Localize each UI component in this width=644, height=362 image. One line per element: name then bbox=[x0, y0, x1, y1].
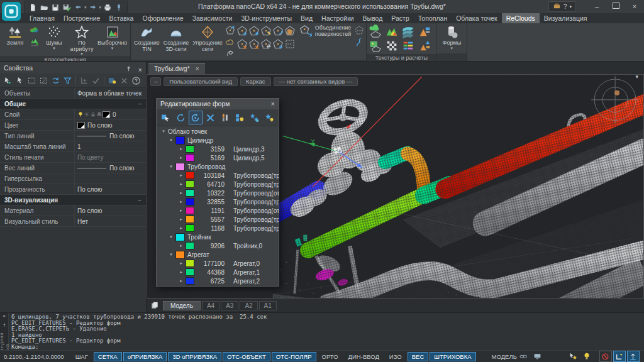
property-value[interactable]: 0 bbox=[74, 109, 146, 119]
split-button[interactable] bbox=[218, 111, 232, 124]
pin-icon[interactable] bbox=[125, 64, 132, 75]
minimize-button[interactable]: – bbox=[587, 0, 606, 13]
tree-group[interactable]: ▾Цилиндр bbox=[157, 136, 279, 145]
cursor-star-button[interactable] bbox=[567, 351, 579, 362]
pent-x-button[interactable] bbox=[236, 38, 248, 51]
pent-plus-button[interactable] bbox=[236, 25, 248, 38]
group-color-swatch[interactable] bbox=[175, 233, 185, 241]
ribbon-tab-11[interactable]: Облака точек bbox=[452, 13, 501, 23]
tex-ridge-button[interactable] bbox=[385, 25, 401, 39]
expand-icon[interactable]: ▾ bbox=[168, 252, 174, 257]
expand-icon[interactable]: ▾ bbox=[168, 164, 174, 169]
open-file-button[interactable] bbox=[40, 3, 48, 12]
toggle-ОТС-ПОЛЯР[interactable]: ОТС-ПОЛЯР bbox=[272, 352, 316, 361]
snap-mark-button[interactable] bbox=[613, 351, 626, 362]
scurve-button[interactable] bbox=[354, 36, 364, 47]
document-tab[interactable]: Трубы.dwg* × bbox=[148, 63, 205, 74]
pent-dash-button[interactable] bbox=[284, 38, 296, 51]
viewport-control-1[interactable]: Каркас bbox=[240, 77, 271, 86]
property-value[interactable]: По слою bbox=[74, 206, 146, 216]
tree-item[interactable]: ▸3159Цилиндр,3 bbox=[157, 145, 279, 153]
close-icon[interactable]: × bbox=[138, 64, 142, 75]
property-value[interactable] bbox=[74, 173, 146, 184]
tex-cloud-button[interactable] bbox=[369, 25, 385, 39]
chevron-down-icon[interactable]: ▾ bbox=[111, 47, 114, 50]
tex-a-button[interactable] bbox=[418, 25, 434, 39]
ribbon-item-1-0[interactable]: Создание TIN bbox=[132, 24, 162, 52]
recalc-shape-button[interactable] bbox=[174, 111, 188, 124]
item-color-swatch[interactable] bbox=[186, 260, 194, 267]
ribbon-item-1-1[interactable]: Создание 3D-сети bbox=[162, 24, 191, 52]
pent-x2-button[interactable] bbox=[248, 38, 260, 51]
tex-table-button[interactable] bbox=[401, 39, 418, 53]
layout-tab-A3[interactable]: A3 bbox=[221, 301, 238, 310]
chevron-down-icon[interactable]: ▾ bbox=[635, 74, 638, 80]
layout-manager-icon[interactable] bbox=[150, 301, 160, 310]
pent-arrow-button[interactable] bbox=[225, 25, 235, 36]
tree-group[interactable]: ▾Агрегат bbox=[157, 250, 279, 259]
collapse-icon[interactable]: ▸ bbox=[178, 199, 184, 204]
highlight-button[interactable] bbox=[106, 76, 118, 85]
ribbon-item-1-2[interactable]: Упрощение сети bbox=[191, 24, 225, 52]
group-color-swatch[interactable] bbox=[175, 136, 185, 145]
command-history[interactable]: 6 цилиндров, 7 участков трубопровода и 2… bbox=[11, 314, 641, 350]
close-icon[interactable]: × bbox=[271, 99, 275, 109]
toggle-ОТС-ОБЪЕКТ[interactable]: ОТС-ОБЪЕКТ bbox=[223, 352, 270, 361]
toggle-ОРТО[interactable]: ОРТО bbox=[318, 352, 343, 361]
cloudrgb-button[interactable] bbox=[30, 25, 40, 36]
ribbon-tab-0[interactable]: Главная bbox=[25, 13, 59, 23]
ribbon-tab-2[interactable]: Вставка bbox=[104, 13, 138, 23]
item-color-swatch[interactable] bbox=[186, 154, 194, 162]
viewport-control-2[interactable]: --- нет связанных видов --- bbox=[274, 77, 358, 86]
collapse-icon[interactable]: − bbox=[138, 197, 142, 204]
layer-color-swatch[interactable] bbox=[103, 111, 110, 118]
ribbon-tab-13[interactable]: Визуализация bbox=[540, 13, 592, 23]
collapse-icon[interactable]: ▸ bbox=[178, 261, 184, 266]
ribbon-item-0-3[interactable]: По атрибуту▾ bbox=[68, 24, 96, 56]
customize-button[interactable] bbox=[114, 3, 123, 12]
help-button[interactable] bbox=[130, 76, 142, 85]
selection-filter-button[interactable] bbox=[62, 76, 74, 85]
expand-icon[interactable]: ▾ bbox=[168, 234, 174, 239]
ribbon-item-3-0[interactable]: Формы▾ bbox=[438, 24, 465, 50]
chevron-down-icon[interactable]: ▾ bbox=[53, 47, 55, 50]
save-as-button[interactable] bbox=[62, 3, 71, 12]
group-color-swatch[interactable] bbox=[175, 251, 185, 259]
pent-dots-button[interactable] bbox=[354, 25, 364, 36]
layout-tab-A1[interactable]: A1 bbox=[259, 301, 277, 310]
chevron-down-icon[interactable]: ▾ bbox=[451, 47, 453, 50]
collapse-icon[interactable]: ▸ bbox=[178, 278, 184, 283]
ribbon-tab-6[interactable]: Вид bbox=[296, 13, 317, 23]
tree-item[interactable]: ▸5169Цилиндр,5 bbox=[157, 153, 279, 162]
snap-button[interactable] bbox=[78, 76, 90, 85]
save-button[interactable] bbox=[51, 3, 60, 12]
item-color-swatch[interactable] bbox=[186, 207, 194, 214]
layout-tab-model[interactable]: Модель bbox=[163, 301, 201, 310]
item-color-swatch[interactable] bbox=[186, 216, 194, 223]
redo-button[interactable] bbox=[89, 3, 97, 12]
chevron-down-icon[interactable]: ▾ bbox=[99, 5, 102, 10]
item-color-swatch[interactable] bbox=[186, 198, 194, 206]
clear-button[interactable] bbox=[118, 76, 130, 85]
ribbon-tab-10[interactable]: Топоплан bbox=[414, 13, 452, 23]
bulb-button[interactable] bbox=[580, 351, 593, 362]
collapse-icon[interactable]: ▸ bbox=[178, 208, 184, 213]
item-color-swatch[interactable] bbox=[186, 172, 194, 179]
tree-item[interactable]: ▸103184Трубопровод(труба),2 bbox=[157, 171, 279, 180]
tree-item[interactable]: ▸64710Трубопровод(труба),3 bbox=[157, 180, 279, 189]
close-icon[interactable]: × bbox=[196, 63, 199, 74]
edit-shapes-dialog[interactable]: Редактирование форм × ▾Облако точек▾Цили… bbox=[156, 98, 279, 287]
expand-icon[interactable]: ▾ bbox=[168, 138, 174, 143]
tex-contour-button[interactable] bbox=[401, 25, 418, 39]
collapse-icon[interactable]: ▸ bbox=[178, 190, 184, 195]
toggle-ШАГ[interactable]: ШАГ bbox=[71, 352, 92, 361]
item-color-swatch[interactable] bbox=[186, 242, 194, 250]
apply-button[interactable] bbox=[90, 76, 102, 85]
bulb-icon[interactable] bbox=[77, 111, 84, 118]
chevron-down-icon[interactable]: ▾ bbox=[569, 4, 572, 9]
show-groups-button[interactable] bbox=[233, 111, 247, 124]
tree-item[interactable]: ▸44368Агрегат,1 bbox=[157, 268, 279, 277]
property-value[interactable]: По цвету bbox=[74, 152, 146, 162]
properties-section[interactable]: 3D-визуализация− bbox=[0, 195, 146, 206]
toggle-ШТРИХОВКА[interactable]: ШТРИХОВКА bbox=[430, 352, 475, 361]
